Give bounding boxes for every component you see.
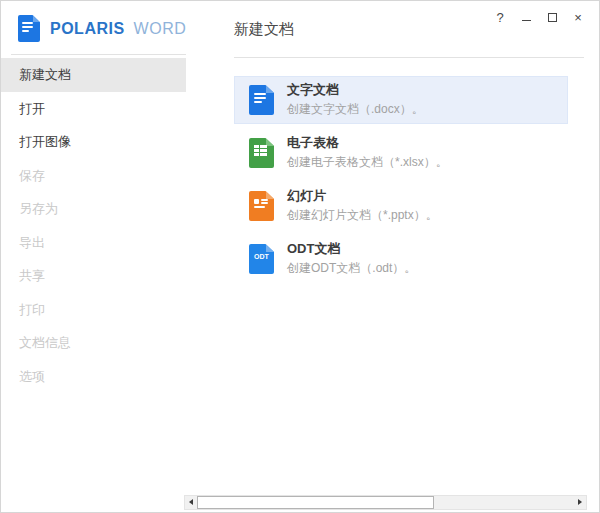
doc-type-subtitle: 创建文字文档（.docx）。 — [287, 101, 424, 118]
doc-type-title: ODT文档 — [287, 241, 416, 256]
doc-type-subtitle: 创建ODT文档（.odt）。 — [287, 260, 416, 277]
maximize-button[interactable] — [539, 7, 565, 27]
odt-doc-icon: ODT — [249, 244, 274, 274]
sidebar-item-new-document[interactable]: 新建文档 — [1, 58, 186, 92]
spreadsheet-icon — [249, 138, 274, 168]
sidebar-item-open-image[interactable]: 打开图像 — [1, 126, 186, 160]
sidebar-item-document-info: 文档信息 — [1, 327, 186, 361]
doc-type-title: 幻灯片 — [287, 188, 438, 203]
slides-icon — [249, 191, 274, 221]
close-button[interactable]: × — [565, 7, 591, 27]
sidebar-item-print: 打印 — [1, 293, 186, 327]
scrollbar-thumb[interactable] — [197, 496, 434, 509]
sidebar: 新建文档 打开 打开图像 保存 另存为 导出 共享 打印 文档信息 选项 — [1, 58, 186, 394]
horizontal-scrollbar[interactable] — [184, 495, 587, 510]
header-divider-right — [234, 57, 584, 58]
brand-text: POLARIS WORD — [50, 20, 186, 38]
window-controls: ? × — [487, 7, 591, 27]
new-document-type-list: 文字文档 创建文字文档（.docx）。 电子表格 创建电子表格文档（*.xlsx… — [234, 76, 568, 288]
sidebar-item-options: 选项 — [1, 360, 186, 394]
doc-type-word-document[interactable]: 文字文档 创建文字文档（.docx）。 — [234, 76, 568, 124]
polaris-logo-icon — [18, 15, 40, 42]
header: POLARIS WORD 新建文档 ? × — [1, 1, 599, 57]
polaris-word-window: POLARIS WORD 新建文档 ? × 新建文档 打开 打开图像 保存 另存… — [0, 0, 600, 513]
doc-type-slides[interactable]: 幻灯片 创建幻灯片文档（*.pptx）。 — [234, 182, 568, 230]
brand-primary: POLARIS — [50, 20, 125, 37]
sidebar-item-share: 共享 — [1, 260, 186, 294]
page-title: 新建文档 — [234, 20, 294, 39]
doc-type-subtitle: 创建电子表格文档（*.xlsx）。 — [287, 154, 448, 171]
maximize-icon — [548, 13, 557, 22]
sidebar-item-open[interactable]: 打开 — [1, 92, 186, 126]
brand: POLARIS WORD — [18, 15, 186, 42]
brand-secondary: WORD — [134, 20, 187, 37]
word-doc-icon — [249, 85, 274, 115]
header-divider-left — [11, 54, 186, 55]
doc-type-odt-document[interactable]: ODT ODT文档 创建ODT文档（.odt）。 — [234, 235, 568, 283]
doc-type-title: 文字文档 — [287, 82, 424, 97]
odt-badge: ODT — [252, 253, 271, 260]
minimize-icon — [522, 20, 531, 21]
doc-type-spreadsheet[interactable]: 电子表格 创建电子表格文档（*.xlsx）。 — [234, 129, 568, 177]
doc-type-title: 电子表格 — [287, 135, 448, 150]
scroll-left-arrow-icon[interactable] — [189, 499, 193, 505]
sidebar-item-save-as: 另存为 — [1, 193, 186, 227]
help-button[interactable]: ? — [487, 7, 513, 27]
minimize-button[interactable] — [513, 7, 539, 27]
sidebar-item-export: 导出 — [1, 226, 186, 260]
scroll-right-arrow-icon[interactable] — [578, 499, 582, 505]
sidebar-item-save: 保存 — [1, 159, 186, 193]
doc-type-subtitle: 创建幻灯片文档（*.pptx）。 — [287, 207, 438, 224]
